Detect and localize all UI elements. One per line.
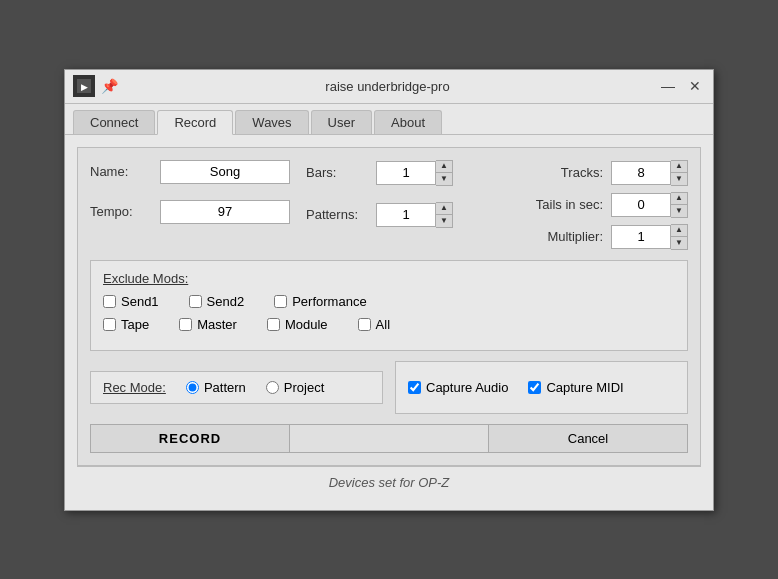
multiplier-spinner-btns: ▲ ▼ [671,224,688,250]
multiplier-spinner: ▲ ▼ [611,224,688,250]
tab-connect[interactable]: Connect [73,110,155,134]
capture-audio-label: Capture Audio [426,380,508,395]
tracks-row: Tracks: ▲ ▼ [523,160,688,186]
tracks-spinner-btns: ▲ ▼ [671,160,688,186]
send1-checkbox-item: Send1 [103,294,159,309]
pattern-radio-item: Pattern [186,380,246,395]
tails-row: Tails in sec: ▲ ▼ [523,192,688,218]
right-fields: Tracks: ▲ ▼ Tails in sec: [523,160,688,250]
tempo-row: Tempo: [90,200,290,224]
capture-midi-checkbox[interactable] [528,381,541,394]
pattern-label: Pattern [204,380,246,395]
module-checkbox[interactable] [267,318,280,331]
exclude-mods-header: Exclude Mods: [103,271,675,286]
tempo-input[interactable] [160,200,290,224]
left-fields: Name: Tempo: [90,160,290,232]
tails-spinner-btns: ▲ ▼ [671,192,688,218]
minimize-button[interactable]: — [657,78,679,94]
tracks-label: Tracks: [523,165,603,180]
bars-input[interactable] [376,161,436,185]
patterns-down-btn[interactable]: ▼ [436,215,452,227]
multiplier-down-btn[interactable]: ▼ [671,237,687,249]
rec-mode-section: Rec Mode: Pattern Project [90,371,383,404]
capture-audio-item: Capture Audio [408,380,508,395]
performance-checkbox[interactable] [274,295,287,308]
module-checkbox-item: Module [267,317,328,332]
close-button[interactable]: ✕ [685,78,705,94]
tracks-down-btn[interactable]: ▼ [671,173,687,185]
tails-spinner: ▲ ▼ [611,192,688,218]
patterns-spinner-btns: ▲ ▼ [436,202,453,228]
module-label: Module [285,317,328,332]
project-label: Project [284,380,324,395]
send2-checkbox-item: Send2 [189,294,245,309]
tab-waves[interactable]: Waves [235,110,308,134]
bars-up-btn[interactable]: ▲ [436,161,452,173]
patterns-label: Patterns: [306,207,366,222]
tape-label: Tape [121,317,149,332]
name-label: Name: [90,164,150,179]
bars-label: Bars: [306,165,366,180]
tab-record[interactable]: Record [157,110,233,135]
cancel-button[interactable]: Cancel [489,424,688,453]
all-checkbox[interactable] [358,318,371,331]
patterns-input[interactable] [376,203,436,227]
app-logo: ▶ [73,75,95,97]
exclude-mods-label: Exclude Mods: [103,271,188,286]
send2-label: Send2 [207,294,245,309]
send2-checkbox[interactable] [189,295,202,308]
pattern-radio[interactable] [186,381,199,394]
rec-mode-label: Rec Mode: [103,380,166,395]
tape-checkbox-item: Tape [103,317,149,332]
bars-down-btn[interactable]: ▼ [436,173,452,185]
name-row: Name: [90,160,290,184]
record-button[interactable]: RECORD [90,424,290,453]
performance-checkbox-item: Performance [274,294,366,309]
tempo-label: Tempo: [90,204,150,219]
patterns-up-btn[interactable]: ▲ [436,203,452,215]
tab-bar: Connect Record Waves User About [65,104,713,134]
tails-down-btn[interactable]: ▼ [671,205,687,217]
multiplier-row: Multiplier: ▲ ▼ [523,224,688,250]
multiplier-input[interactable] [611,225,671,249]
multiplier-up-btn[interactable]: ▲ [671,225,687,237]
exclude-mods-row1: Send1 Send2 Performance [103,294,675,309]
send1-checkbox[interactable] [103,295,116,308]
send1-label: Send1 [121,294,159,309]
tracks-up-btn[interactable]: ▲ [671,161,687,173]
master-checkbox[interactable] [179,318,192,331]
svg-text:▶: ▶ [81,82,88,92]
tab-user[interactable]: User [311,110,372,134]
status-bar: Devices set for OP-Z [77,466,701,498]
bars-spinner-btns: ▲ ▼ [436,160,453,186]
all-label: All [376,317,390,332]
status-text: Devices set for OP-Z [329,475,450,490]
capture-midi-item: Capture MIDI [528,380,623,395]
buttons-row: RECORD Cancel [90,424,688,453]
window-title: raise underbridge-pro [118,79,657,94]
name-input[interactable] [160,160,290,184]
capture-audio-checkbox[interactable] [408,381,421,394]
tails-label: Tails in sec: [523,197,603,212]
tape-checkbox[interactable] [103,318,116,331]
capture-midi-label: Capture MIDI [546,380,623,395]
window-controls: — ✕ [657,78,705,94]
performance-label: Performance [292,294,366,309]
tails-up-btn[interactable]: ▲ [671,193,687,205]
exclude-mods-section: Exclude Mods: Send1 Send2 Performance [90,260,688,351]
capture-section: Capture Audio Capture MIDI [395,361,688,414]
titlebar: ▶ 📌 raise underbridge-pro — ✕ [65,70,713,104]
mid-fields: Bars: ▲ ▼ Patterns: [306,160,453,236]
patterns-spinner: ▲ ▼ [376,202,453,228]
project-radio[interactable] [266,381,279,394]
exclude-mods-row2: Tape Master Module All [103,317,675,332]
tab-about[interactable]: About [374,110,442,134]
bars-row: Bars: ▲ ▼ [306,160,453,186]
content-area: Name: Tempo: Bars: [65,134,713,510]
project-radio-item: Project [266,380,324,395]
patterns-row: Patterns: ▲ ▼ [306,202,453,228]
middle-button[interactable] [290,424,489,453]
tracks-input[interactable] [611,161,671,185]
pin-icon[interactable]: 📌 [101,78,118,94]
tails-input[interactable] [611,193,671,217]
